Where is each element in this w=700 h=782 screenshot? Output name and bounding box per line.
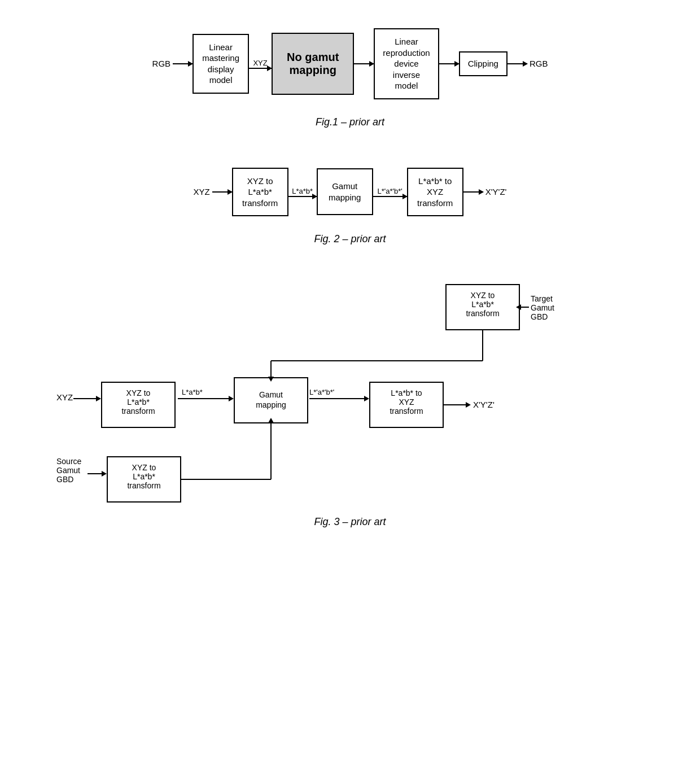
fig1-box2: No gamut mapping — [272, 33, 354, 95]
fig1-diagram: RGB Linear mastering display model XYZ N… — [34, 17, 666, 111]
fig2-box3: L*a*b* to XYZ transform — [407, 168, 463, 217]
fig2-arrow3 — [373, 196, 407, 197]
fig1-arrow1 — [173, 63, 193, 64]
fig1-arrow2 — [249, 68, 272, 69]
svg-marker-30 — [466, 402, 471, 408]
svg-text:GBD: GBD — [56, 475, 73, 484]
svg-text:Gamut: Gamut — [56, 466, 80, 475]
svg-text:XYZ to: XYZ to — [126, 388, 151, 397]
fig2-arrow1 — [212, 191, 232, 193]
fig1-box4: Clipping — [459, 51, 508, 76]
svg-text:transform: transform — [127, 481, 160, 490]
fig2-box1: XYZ to L*a*b* transform — [232, 168, 288, 217]
svg-marker-11 — [96, 396, 101, 401]
svg-text:X'Y'Z': X'Y'Z' — [473, 400, 495, 409]
svg-text:Target: Target — [531, 294, 553, 303]
fig2-arrow4 — [463, 191, 483, 193]
svg-text:Source: Source — [56, 457, 82, 466]
svg-text:L*'a*'b*': L*'a*'b*' — [309, 388, 334, 396]
svg-text:GBD: GBD — [531, 312, 548, 321]
fig2-arrow3-wrap: L*'a*'b*' — [373, 187, 407, 197]
fig2-section: XYZ XYZ to L*a*b* transform L*a*b* Gamut… — [34, 156, 666, 246]
svg-text:transform: transform — [466, 309, 499, 318]
fig3-svg: XYZ to L*a*b* transform Target Gamut GBD… — [40, 273, 660, 510]
fig1-arrow5 — [508, 63, 527, 64]
svg-marker-24 — [364, 396, 369, 401]
fig2-label2: L*'a*'b*' — [378, 187, 403, 195]
fig1-arrow4 — [439, 63, 459, 64]
fig2-caption: Fig. 2 – prior art — [34, 233, 666, 245]
fig1-label1: XYZ — [253, 59, 267, 67]
svg-text:L*a*b*: L*a*b* — [133, 472, 155, 481]
fig2-arrow2-wrap: L*a*b* — [288, 187, 317, 197]
fig2-label1: L*a*b* — [292, 187, 313, 195]
fig2-output-label: X'Y'Z' — [483, 187, 509, 196]
svg-text:transform: transform — [121, 407, 155, 416]
fig1-output-label: RGB — [527, 59, 550, 68]
svg-text:L*a*b*: L*a*b* — [471, 300, 494, 309]
fig1-input-label: RGB — [150, 59, 173, 68]
svg-text:L*a*b*: L*a*b* — [127, 397, 150, 407]
fig2-input-label: XYZ — [191, 187, 212, 196]
fig1-caption: Fig.1 – prior art — [34, 116, 666, 128]
svg-text:XYZ to: XYZ to — [471, 291, 495, 300]
svg-text:mapping: mapping — [256, 400, 286, 409]
fig3-diagram: XYZ to L*a*b* transform Target Gamut GBD… — [34, 273, 666, 510]
fig2-arrow2 — [288, 196, 317, 197]
fig1-arrow3 — [354, 63, 374, 64]
fig1-box1: Linear mastering display model — [193, 34, 249, 94]
svg-text:XYZ: XYZ — [56, 392, 73, 402]
svg-marker-36 — [102, 471, 107, 477]
svg-text:Gamut: Gamut — [531, 303, 554, 312]
svg-text:L*a*b*: L*a*b* — [182, 388, 203, 396]
fig2-diagram: XYZ XYZ to L*a*b* transform L*a*b* Gamut… — [34, 156, 666, 228]
fig1-box3: Linear reproduction device inverse model — [374, 28, 439, 99]
fig3-caption: Fig. 3 – prior art — [34, 516, 666, 528]
svg-text:XYZ to: XYZ to — [132, 463, 156, 472]
fig1-section: RGB Linear mastering display model XYZ N… — [34, 17, 666, 128]
fig2-box2: Gamut mapping — [317, 168, 373, 215]
svg-text:XYZ: XYZ — [399, 397, 414, 407]
fig1-arrow2-wrap: XYZ — [249, 59, 272, 69]
svg-text:Gamut: Gamut — [259, 390, 283, 399]
svg-text:L*a*b* to: L*a*b* to — [391, 388, 422, 397]
fig3-section: XYZ to L*a*b* transform Target Gamut GBD… — [34, 273, 666, 528]
svg-marker-18 — [229, 396, 234, 401]
svg-text:transform: transform — [390, 407, 423, 416]
